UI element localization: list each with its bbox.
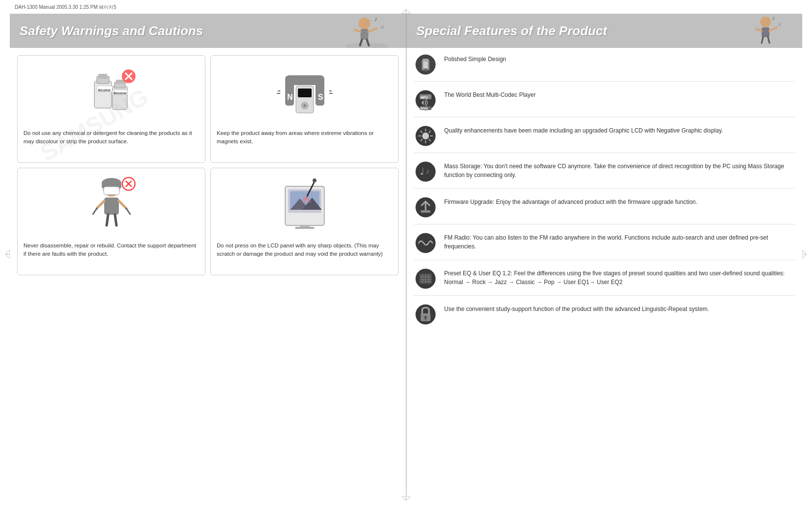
svg-text:♪: ♪ xyxy=(772,15,775,22)
svg-line-56 xyxy=(107,215,108,225)
svg-rect-26 xyxy=(113,86,127,110)
svg-text:♩: ♩ xyxy=(420,166,424,177)
svg-line-16 xyxy=(368,28,377,32)
feature-item-codec: MP3 WMA The World Best Multi-Codec Playe… xyxy=(414,89,795,117)
card-text-lcd: Do not press on the LCD panel with any s… xyxy=(217,242,392,259)
svg-point-93 xyxy=(422,133,429,139)
svg-point-85 xyxy=(424,68,427,71)
left-title-decoration: ♪ ♫ xyxy=(338,14,396,48)
svg-line-15 xyxy=(355,30,361,32)
card-image-magnet: N S xyxy=(275,62,334,125)
svg-rect-72 xyxy=(295,227,315,229)
feature-icon-eq xyxy=(414,267,437,290)
feature-item-mass-storage: ♩ ♪ Mass Storage: You don't need the sof… xyxy=(414,160,795,189)
svg-rect-83 xyxy=(423,59,429,62)
warning-card-lcd: Do not press on the LCD panel with any s… xyxy=(210,168,399,275)
feature-icon-study xyxy=(414,303,437,326)
svg-line-77 xyxy=(762,37,763,43)
svg-point-12 xyxy=(345,43,389,48)
svg-rect-36 xyxy=(285,75,324,85)
warning-cards-grid: Alcohol Benzene Do not use any chemical … xyxy=(10,48,406,283)
svg-point-13 xyxy=(359,18,370,29)
left-panel: Safety Warnings and Cautions ♪ ♫ SAMSU xyxy=(10,14,406,496)
feature-item-eq: Preset EQ & User EQ 1.2: Feel the differ… xyxy=(414,267,795,296)
left-title-bar: Safety Warnings and Cautions ♪ ♫ xyxy=(10,14,406,48)
feature-text-mass-storage: Mass Storage: You don't need the softwar… xyxy=(444,160,795,179)
warning-card-disassemble: Never disassemble, repair or rebuild. Co… xyxy=(17,168,205,275)
svg-rect-21 xyxy=(94,81,112,108)
svg-text:N: N xyxy=(287,93,293,101)
card-text-magnet: Keep the product away from areas where e… xyxy=(217,129,392,146)
svg-point-67 xyxy=(313,178,316,182)
feature-text-study: Use the convenient study-support functio… xyxy=(444,303,709,313)
card-image-disassemble xyxy=(82,174,141,238)
svg-text:♪: ♪ xyxy=(426,167,429,175)
svg-rect-23 xyxy=(98,74,107,79)
svg-line-76 xyxy=(769,27,777,31)
svg-point-73 xyxy=(760,17,771,27)
svg-text:S: S xyxy=(318,93,323,101)
features-list: Polished Simple Design MP3 WMA The Wor xyxy=(406,48,802,343)
feature-text-firmware: Firmware Upgrade: Enjoy the advantage of… xyxy=(444,196,698,206)
card-text-chemical: Do not use any chemical or detergent for… xyxy=(23,129,199,146)
feature-text-design: Polished Simple Design xyxy=(444,53,506,64)
svg-rect-74 xyxy=(762,27,769,37)
right-title: Special Features of the Product xyxy=(416,24,607,37)
feature-icon-firmware xyxy=(414,196,437,219)
card-image-chemical: Alcohol Benzene xyxy=(82,62,141,125)
card-text-disassemble: Never disassemble, repair or rebuild. Co… xyxy=(23,242,199,259)
svg-text:♫: ♫ xyxy=(778,22,781,27)
svg-line-57 xyxy=(115,215,116,225)
svg-text:♪: ♪ xyxy=(374,15,378,22)
svg-text:Benzene: Benzene xyxy=(113,91,127,95)
svg-rect-84 xyxy=(423,62,428,68)
svg-rect-14 xyxy=(361,29,368,40)
feature-icon-codec: MP3 WMA xyxy=(414,89,437,112)
feature-text-codec: The World Best Multi-Codec Player xyxy=(444,89,536,99)
svg-line-75 xyxy=(756,29,762,31)
header-file-info: DAH-1300 Manual 2005.3.30 1:25 PM 페이지5 xyxy=(15,4,116,11)
card-image-lcd xyxy=(275,174,334,238)
svg-text:MP3: MP3 xyxy=(421,96,428,99)
left-title: Safety Warnings and Cautions xyxy=(20,24,203,37)
feature-item-lcd: Quality enhancements have been made incl… xyxy=(414,124,795,153)
feature-item-firmware: Firmware Upgrade: Enjoy the advantage of… xyxy=(414,196,795,224)
svg-line-55 xyxy=(126,208,130,214)
svg-text:WMA: WMA xyxy=(420,107,429,110)
feature-icon-mass-storage: ♩ ♪ xyxy=(414,160,437,183)
svg-line-54 xyxy=(93,208,97,214)
svg-point-42 xyxy=(303,104,306,107)
feature-item-study: Use the convenient study-support functio… xyxy=(414,303,795,331)
feature-text-eq: Preset EQ & User EQ 1.2: Feel the differ… xyxy=(444,267,795,287)
feature-icon-lcd xyxy=(414,124,437,148)
right-title-decoration: ♪ ♫ xyxy=(739,14,792,48)
svg-rect-50 xyxy=(104,187,119,195)
feature-text-fm-radio: FM Radio: You can also listen to the FM … xyxy=(444,231,795,251)
svg-rect-40 xyxy=(298,89,312,97)
svg-text:Alcohol: Alcohol xyxy=(98,89,111,92)
warning-card-magnet: N S Keep the product away from areas whe… xyxy=(210,55,399,163)
feature-item-design: Polished Simple Design xyxy=(414,53,795,82)
feature-icon-fm-radio xyxy=(414,231,437,255)
right-title-bar: Special Features of the Product ♪ ♫ xyxy=(406,14,802,48)
feature-item-fm-radio: FM Radio: You can also listen to the FM … xyxy=(414,231,795,260)
feature-icon-design xyxy=(414,53,437,76)
svg-line-78 xyxy=(768,37,769,43)
svg-rect-106 xyxy=(421,210,430,213)
svg-rect-51 xyxy=(104,198,119,215)
svg-line-53 xyxy=(119,201,126,208)
svg-text:♫: ♫ xyxy=(381,24,384,29)
warning-card-chemical: Alcohol Benzene Do not use any chemical … xyxy=(17,55,205,163)
svg-rect-28 xyxy=(116,80,124,84)
svg-line-52 xyxy=(97,201,104,208)
feature-text-lcd: Quality enhancements have been made incl… xyxy=(444,124,723,135)
right-panel: Special Features of the Product ♪ ♫ xyxy=(406,14,802,496)
